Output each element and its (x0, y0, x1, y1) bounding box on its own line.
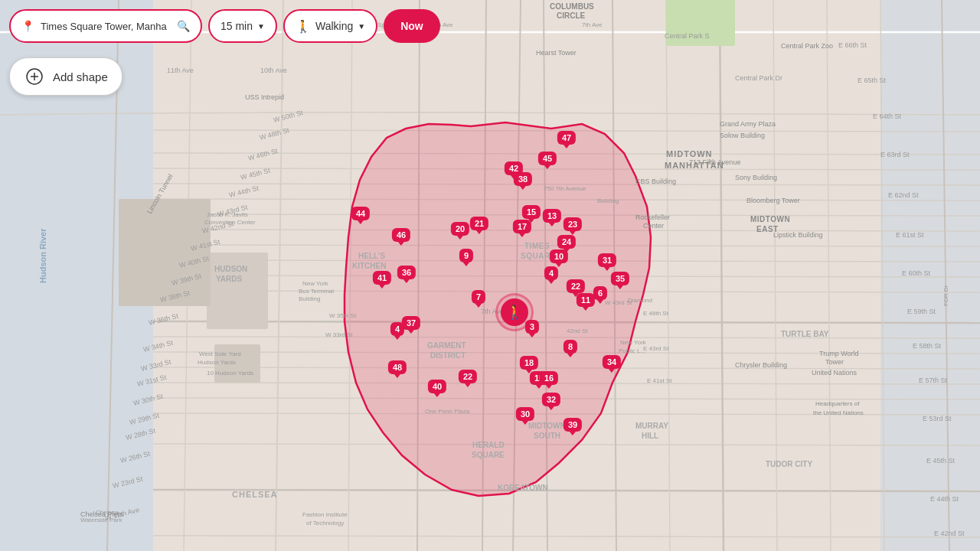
map-marker[interactable]: 4 (544, 266, 558, 280)
map-marker[interactable]: 15 (522, 205, 541, 219)
svg-text:E 63rd St: E 63rd St (880, 151, 910, 158)
svg-text:USS Intrepid: USS Intrepid (245, 93, 284, 101)
svg-text:MIDTOWN: MIDTOWN (666, 149, 713, 158)
svg-text:Trump World: Trump World (819, 350, 859, 357)
map-marker[interactable]: 9 (459, 249, 473, 262)
svg-text:712 Fifth Avenue: 712 Fifth Avenue (689, 158, 740, 166)
svg-text:MURRAY: MURRAY (635, 422, 668, 430)
svg-text:Central Park S: Central Park S (665, 32, 710, 40)
svg-text:Public L...: Public L... (619, 347, 645, 354)
svg-text:Bloomberg Tower: Bloomberg Tower (746, 197, 800, 204)
svg-text:New York: New York (302, 280, 329, 287)
add-shape-button[interactable]: Add shape (9, 57, 122, 96)
svg-text:Solow Building: Solow Building (720, 132, 765, 139)
map-container[interactable]: MIDTOWN MANHATTAN MIDTOWN EAST TIMES SQU… (0, 0, 980, 551)
svg-text:TIMES: TIMES (524, 242, 550, 250)
svg-text:KOREATOWN: KOREATOWN (498, 484, 548, 492)
mode-selector[interactable]: 🚶 Walking ▼ (283, 9, 377, 43)
map-marker[interactable]: 48 (388, 360, 407, 374)
location-icon: 📍 (21, 20, 34, 32)
svg-text:E 59th St: E 59th St (907, 308, 936, 315)
svg-text:YARDS: YARDS (216, 275, 242, 283)
svg-text:E 61st St: E 61st St (896, 231, 924, 239)
time-value: 15 min (220, 20, 253, 32)
svg-text:Central Park Dr: Central Park Dr (735, 74, 782, 82)
map-marker[interactable]: 31 (598, 253, 616, 267)
map-marker[interactable]: 40 (428, 380, 446, 393)
map-marker[interactable]: 47 (557, 131, 576, 145)
svg-text:10th Ave: 10th Ave (260, 67, 287, 74)
map-marker[interactable]: 10 (550, 249, 568, 263)
map-marker[interactable]: 13 (543, 209, 561, 223)
svg-text:E 65th St: E 65th St (858, 77, 887, 84)
map-marker[interactable]: 45 (538, 152, 557, 165)
svg-text:Chrysler Building: Chrysler Building (735, 361, 787, 369)
map-marker[interactable]: 21 (470, 217, 488, 230)
svg-text:Chelsea Piers: Chelsea Piers (80, 510, 124, 518)
svg-text:W 35th St: W 35th St (329, 312, 357, 319)
map-marker[interactable]: 30 (516, 407, 534, 421)
svg-text:CBS Building: CBS Building (635, 178, 676, 185)
svg-text:Central Park Zoo: Central Park Zoo (781, 42, 833, 50)
map-marker[interactable]: 37 (402, 316, 420, 330)
now-button[interactable]: Now (384, 9, 440, 43)
svg-text:DISTRICT: DISTRICT (430, 351, 466, 360)
center-marker[interactable]: 🚶 (495, 293, 534, 331)
map-marker[interactable]: 7 (472, 290, 485, 304)
svg-text:Fashion Institute: Fashion Institute (302, 511, 348, 518)
svg-rect-20 (207, 253, 268, 329)
svg-text:Hudson Yards: Hudson Yards (198, 359, 236, 366)
chevron-down-icon-2: ▼ (358, 22, 365, 31)
map-marker[interactable]: 20 (451, 222, 469, 236)
svg-text:E 44th St: E 44th St (930, 495, 959, 503)
map-marker[interactable]: 22 (567, 279, 585, 293)
mode-value: Walking (315, 20, 353, 32)
map-marker[interactable]: 39 (564, 418, 582, 432)
svg-text:Lipstick Building: Lipstick Building (773, 231, 823, 239)
svg-text:7th Ave: 7th Ave (582, 21, 603, 28)
svg-text:W 33rd St: W 33rd St (325, 331, 353, 338)
map-marker[interactable]: 24 (557, 235, 576, 249)
svg-text:Headquarters of: Headquarters of (815, 400, 860, 407)
svg-text:KITCHEN: KITCHEN (352, 262, 386, 270)
svg-text:Building: Building (299, 295, 320, 302)
map-marker[interactable]: 38 (514, 172, 532, 186)
svg-text:E 62nd St: E 62nd St (888, 191, 919, 199)
map-marker[interactable]: 44 (351, 207, 370, 220)
svg-text:HILL: HILL (642, 432, 658, 440)
svg-text:MIDTOWN: MIDTOWN (528, 422, 566, 430)
svg-rect-21 (119, 199, 211, 306)
map-marker[interactable]: 8 (564, 340, 577, 354)
svg-text:Diamond: Diamond (628, 297, 652, 304)
svg-text:10 Hudson Yards: 10 Hudson Yards (207, 370, 253, 377)
svg-text:Convention Center: Convention Center (204, 219, 256, 226)
map-marker[interactable]: 34 (603, 355, 621, 369)
map-marker[interactable]: 17 (513, 220, 531, 233)
svg-text:E 60th St: E 60th St (902, 269, 931, 277)
svg-text:GARMENT: GARMENT (427, 341, 466, 350)
map-marker[interactable]: 46 (392, 228, 410, 242)
map-marker[interactable]: 32 (542, 393, 560, 406)
map-marker[interactable]: 18 (520, 356, 538, 370)
map-marker[interactable]: 35 (611, 272, 629, 285)
search-input[interactable] (41, 21, 171, 32)
map-marker[interactable]: 23 (564, 217, 582, 231)
svg-text:SQUARE: SQUARE (472, 451, 505, 459)
svg-text:MIDTOWN: MIDTOWN (750, 215, 790, 223)
map-marker[interactable]: 41 (373, 271, 391, 285)
map-marker[interactable]: 36 (397, 266, 416, 279)
map-marker[interactable]: 22 (459, 370, 477, 383)
time-selector[interactable]: 15 min ▼ (208, 9, 277, 43)
svg-text:E 53rd St: E 53rd St (923, 415, 952, 422)
search-icon: 🔍 (177, 20, 190, 32)
search-box[interactable]: 📍 🔍 (9, 9, 202, 43)
svg-text:of Technology: of Technology (306, 520, 344, 527)
svg-text:SOUTH: SOUTH (534, 432, 560, 440)
map-marker[interactable]: 6 (593, 286, 607, 300)
svg-text:COLUMBUS: COLUMBUS (550, 2, 594, 11)
svg-text:11th Ave: 11th Ave (167, 67, 194, 74)
svg-text:Center: Center (643, 222, 664, 230)
map-marker[interactable]: 11 (577, 293, 595, 307)
svg-text:E 45th St: E 45th St (926, 457, 956, 465)
map-marker[interactable]: 16 (540, 371, 558, 385)
